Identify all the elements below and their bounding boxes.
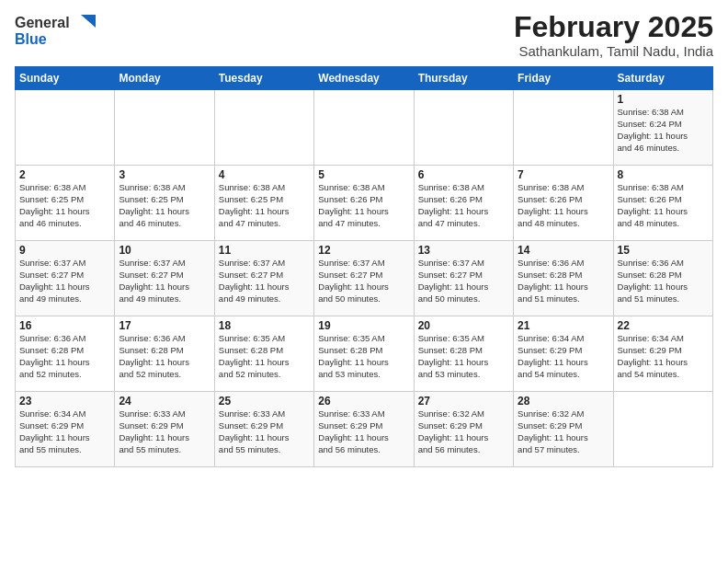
month-title: February 2025	[514, 11, 713, 43]
day-cell-18: 18Sunrise: 6:35 AM Sunset: 6:28 PM Dayli…	[214, 316, 313, 392]
day-info: Sunrise: 6:38 AM Sunset: 6:24 PM Dayligh…	[618, 107, 709, 154]
day-number: 10	[119, 244, 210, 257]
day-info: Sunrise: 6:36 AM Sunset: 6:28 PM Dayligh…	[119, 333, 210, 380]
day-number: 18	[219, 319, 310, 332]
week-row-4: 16Sunrise: 6:36 AM Sunset: 6:28 PM Dayli…	[16, 316, 713, 392]
weekday-header-monday: Monday	[115, 67, 214, 90]
day-cell-2: 2Sunrise: 6:38 AM Sunset: 6:25 PM Daylig…	[16, 166, 115, 241]
day-number: 16	[19, 319, 110, 332]
day-info: Sunrise: 6:38 AM Sunset: 6:26 PM Dayligh…	[518, 182, 609, 229]
day-number: 20	[418, 319, 509, 332]
empty-cell	[613, 392, 712, 467]
day-info: Sunrise: 6:35 AM Sunset: 6:28 PM Dayligh…	[219, 333, 310, 380]
day-cell-23: 23Sunrise: 6:34 AM Sunset: 6:29 PM Dayli…	[16, 392, 115, 467]
day-info: Sunrise: 6:34 AM Sunset: 6:29 PM Dayligh…	[618, 333, 709, 380]
day-info: Sunrise: 6:33 AM Sunset: 6:29 PM Dayligh…	[318, 408, 409, 455]
day-cell-11: 11Sunrise: 6:37 AM Sunset: 6:27 PM Dayli…	[214, 241, 313, 316]
header: General Blue February 2025 Sathankulam, …	[15, 11, 713, 59]
empty-cell	[314, 90, 414, 166]
day-number: 6	[418, 168, 509, 181]
weekday-header-friday: Friday	[514, 67, 613, 90]
weekday-header-tuesday: Tuesday	[214, 67, 313, 90]
day-info: Sunrise: 6:37 AM Sunset: 6:27 PM Dayligh…	[219, 258, 310, 304]
day-info: Sunrise: 6:37 AM Sunset: 6:27 PM Dayligh…	[318, 258, 409, 304]
day-info: Sunrise: 6:36 AM Sunset: 6:28 PM Dayligh…	[19, 333, 110, 380]
day-cell-14: 14Sunrise: 6:36 AM Sunset: 6:28 PM Dayli…	[514, 241, 613, 316]
svg-text:Blue: Blue	[15, 31, 47, 47]
day-cell-10: 10Sunrise: 6:37 AM Sunset: 6:27 PM Dayli…	[115, 241, 214, 316]
day-cell-25: 25Sunrise: 6:33 AM Sunset: 6:29 PM Dayli…	[214, 392, 313, 467]
day-number: 26	[318, 395, 409, 408]
weekday-header-thursday: Thursday	[414, 67, 513, 90]
weekday-header-wednesday: Wednesday	[314, 67, 414, 90]
day-cell-5: 5Sunrise: 6:38 AM Sunset: 6:26 PM Daylig…	[314, 166, 414, 241]
day-number: 19	[318, 319, 409, 332]
day-number: 12	[318, 244, 409, 257]
day-cell-19: 19Sunrise: 6:35 AM Sunset: 6:28 PM Dayli…	[314, 316, 414, 392]
day-info: Sunrise: 6:38 AM Sunset: 6:26 PM Dayligh…	[318, 182, 409, 229]
week-row-2: 2Sunrise: 6:38 AM Sunset: 6:25 PM Daylig…	[16, 166, 713, 241]
week-row-3: 9Sunrise: 6:37 AM Sunset: 6:27 PM Daylig…	[16, 241, 713, 316]
day-info: Sunrise: 6:34 AM Sunset: 6:29 PM Dayligh…	[19, 408, 110, 455]
day-cell-28: 28Sunrise: 6:32 AM Sunset: 6:29 PM Dayli…	[514, 392, 613, 467]
day-info: Sunrise: 6:37 AM Sunset: 6:27 PM Dayligh…	[418, 258, 509, 304]
day-number: 2	[19, 168, 110, 181]
day-info: Sunrise: 6:32 AM Sunset: 6:29 PM Dayligh…	[418, 408, 509, 455]
day-number: 17	[119, 319, 210, 332]
day-info: Sunrise: 6:37 AM Sunset: 6:27 PM Dayligh…	[19, 258, 110, 304]
logo: General Blue	[15, 11, 97, 50]
weekday-header-sunday: Sunday	[16, 67, 115, 90]
day-cell-1: 1Sunrise: 6:38 AM Sunset: 6:24 PM Daylig…	[613, 90, 712, 166]
day-cell-21: 21Sunrise: 6:34 AM Sunset: 6:29 PM Dayli…	[514, 316, 613, 392]
title-area: February 2025 Sathankulam, Tamil Nadu, I…	[514, 11, 713, 59]
day-number: 8	[618, 168, 709, 181]
empty-cell	[214, 90, 313, 166]
day-number: 14	[518, 244, 609, 257]
day-number: 13	[418, 244, 509, 257]
location-subtitle: Sathankulam, Tamil Nadu, India	[514, 43, 713, 59]
day-number: 5	[318, 168, 409, 181]
week-row-1: 1Sunrise: 6:38 AM Sunset: 6:24 PM Daylig…	[16, 90, 713, 166]
day-number: 9	[19, 244, 110, 257]
empty-cell	[514, 90, 613, 166]
day-number: 7	[518, 168, 609, 181]
day-info: Sunrise: 6:34 AM Sunset: 6:29 PM Dayligh…	[518, 333, 609, 380]
day-cell-24: 24Sunrise: 6:33 AM Sunset: 6:29 PM Dayli…	[115, 392, 214, 467]
day-number: 22	[618, 319, 709, 332]
day-cell-4: 4Sunrise: 6:38 AM Sunset: 6:25 PM Daylig…	[214, 166, 313, 241]
svg-marker-1	[81, 15, 96, 28]
day-info: Sunrise: 6:35 AM Sunset: 6:28 PM Dayligh…	[318, 333, 409, 380]
day-info: Sunrise: 6:38 AM Sunset: 6:26 PM Dayligh…	[418, 182, 509, 229]
day-cell-13: 13Sunrise: 6:37 AM Sunset: 6:27 PM Dayli…	[414, 241, 513, 316]
day-cell-26: 26Sunrise: 6:33 AM Sunset: 6:29 PM Dayli…	[314, 392, 414, 467]
day-info: Sunrise: 6:36 AM Sunset: 6:28 PM Dayligh…	[518, 258, 609, 304]
day-number: 23	[19, 395, 110, 408]
day-cell-27: 27Sunrise: 6:32 AM Sunset: 6:29 PM Dayli…	[414, 392, 513, 467]
weekday-header-saturday: Saturday	[613, 67, 712, 90]
day-cell-17: 17Sunrise: 6:36 AM Sunset: 6:28 PM Dayli…	[115, 316, 214, 392]
day-number: 4	[219, 168, 310, 181]
day-number: 21	[518, 319, 609, 332]
day-info: Sunrise: 6:32 AM Sunset: 6:29 PM Dayligh…	[518, 408, 609, 455]
day-cell-8: 8Sunrise: 6:38 AM Sunset: 6:26 PM Daylig…	[613, 166, 712, 241]
day-cell-12: 12Sunrise: 6:37 AM Sunset: 6:27 PM Dayli…	[314, 241, 414, 316]
weekday-header-row: SundayMondayTuesdayWednesdayThursdayFrid…	[16, 67, 713, 90]
day-number: 25	[219, 395, 310, 408]
day-info: Sunrise: 6:35 AM Sunset: 6:28 PM Dayligh…	[418, 333, 509, 380]
empty-cell	[16, 90, 115, 166]
day-info: Sunrise: 6:38 AM Sunset: 6:26 PM Dayligh…	[618, 182, 709, 229]
empty-cell	[414, 90, 513, 166]
day-number: 1	[618, 93, 709, 106]
day-cell-20: 20Sunrise: 6:35 AM Sunset: 6:28 PM Dayli…	[414, 316, 513, 392]
day-number: 15	[618, 244, 709, 257]
week-row-5: 23Sunrise: 6:34 AM Sunset: 6:29 PM Dayli…	[16, 392, 713, 467]
day-cell-15: 15Sunrise: 6:36 AM Sunset: 6:28 PM Dayli…	[613, 241, 712, 316]
day-number: 11	[219, 244, 310, 257]
empty-cell	[115, 90, 214, 166]
day-cell-22: 22Sunrise: 6:34 AM Sunset: 6:29 PM Dayli…	[613, 316, 712, 392]
day-cell-7: 7Sunrise: 6:38 AM Sunset: 6:26 PM Daylig…	[514, 166, 613, 241]
day-info: Sunrise: 6:33 AM Sunset: 6:29 PM Dayligh…	[119, 408, 210, 455]
day-info: Sunrise: 6:38 AM Sunset: 6:25 PM Dayligh…	[119, 182, 210, 229]
day-cell-9: 9Sunrise: 6:37 AM Sunset: 6:27 PM Daylig…	[16, 241, 115, 316]
day-info: Sunrise: 6:37 AM Sunset: 6:27 PM Dayligh…	[119, 258, 210, 304]
